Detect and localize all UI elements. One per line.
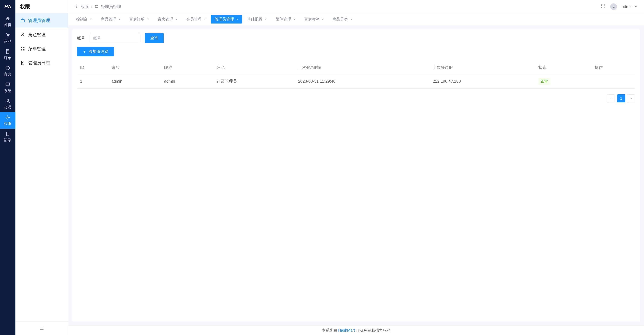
- close-icon[interactable]: ×: [118, 18, 120, 21]
- close-icon[interactable]: ×: [236, 18, 238, 21]
- sec-item-admin-log[interactable]: 管理员日志: [16, 56, 68, 70]
- tab-goods-category[interactable]: 商品分类×: [329, 15, 356, 24]
- close-icon[interactable]: ×: [322, 18, 324, 21]
- col-nickname: 昵称: [161, 61, 214, 74]
- page-1[interactable]: 1: [617, 94, 625, 102]
- secondary-nav-title: 权限: [16, 0, 68, 14]
- cell-status: 正常: [535, 74, 592, 89]
- close-icon[interactable]: ×: [350, 18, 352, 21]
- order-icon: [5, 49, 10, 54]
- svg-rect-10: [21, 49, 22, 50]
- close-icon[interactable]: ×: [147, 18, 149, 21]
- sec-item-role-mgmt[interactable]: 角色管理: [16, 28, 68, 42]
- svg-point-0: [7, 36, 8, 37]
- nav-permission-label: 权限: [4, 121, 12, 126]
- svg-rect-11: [23, 49, 24, 50]
- footer-link[interactable]: HashMart: [338, 328, 355, 333]
- add-admin-button[interactable]: ＋ 添加管理员: [77, 47, 114, 56]
- chevron-down-icon: [634, 4, 638, 9]
- nav-blindbox[interactable]: 盲盒: [0, 63, 16, 79]
- sec-item-admin-mgmt[interactable]: 管理员管理: [16, 14, 68, 28]
- cell-id: 1: [77, 74, 108, 89]
- search-button[interactable]: 查询: [145, 33, 164, 43]
- tab-blindbox-mgmt[interactable]: 盲盒管理×: [154, 15, 181, 24]
- account-input[interactable]: [90, 33, 140, 43]
- cell-nickname: admin: [161, 74, 214, 89]
- grid-icon: [20, 46, 25, 51]
- col-account: 账号: [108, 61, 161, 74]
- col-last-login-time: 上次登录时间: [295, 61, 430, 74]
- tab-label: 附件管理: [276, 16, 291, 22]
- nav-member-label: 会员: [4, 105, 12, 110]
- sec-item-label: 菜单管理: [28, 46, 46, 52]
- gear-icon: [5, 114, 10, 120]
- sec-item-label: 管理员日志: [28, 60, 50, 66]
- collapse-sidebar-button[interactable]: [16, 322, 68, 335]
- svg-rect-2: [6, 83, 10, 85]
- cell-role: 超级管理员: [214, 74, 295, 89]
- close-icon[interactable]: ×: [293, 18, 296, 21]
- svg-point-3: [7, 99, 8, 101]
- sec-item-menu-mgmt[interactable]: 菜单管理: [16, 42, 68, 56]
- footer-prefix: 本系统由: [322, 328, 337, 333]
- tab-blindbox-order[interactable]: 盲盒订单×: [126, 15, 153, 24]
- document-icon: [20, 60, 25, 65]
- sec-item-label: 角色管理: [28, 32, 46, 38]
- chevron-left-icon: ‹: [610, 96, 612, 100]
- user-icon: [5, 98, 10, 104]
- user-avatar[interactable]: a: [610, 3, 617, 10]
- tab-attachment-mgmt[interactable]: 附件管理×: [272, 15, 299, 24]
- menu-collapse-icon: [39, 326, 44, 331]
- nav-home[interactable]: 首页: [0, 14, 16, 30]
- person-icon: [20, 32, 25, 37]
- svg-point-1: [8, 36, 9, 37]
- nav-order[interactable]: 订单: [0, 46, 16, 63]
- svg-rect-13: [96, 5, 98, 8]
- pagination: ‹ 1 ›: [77, 94, 635, 102]
- nav-member[interactable]: 会员: [0, 96, 16, 112]
- home-icon: [5, 16, 10, 22]
- table-row[interactable]: 1 admin admin 超级管理员 2023-03-31 11:29:40 …: [77, 74, 635, 89]
- close-icon[interactable]: ×: [265, 18, 267, 21]
- tab-label: 控制台: [76, 16, 88, 22]
- nav-order-label: 订单: [4, 56, 12, 60]
- tab-label: 商品管理: [101, 16, 116, 22]
- fullscreen-button[interactable]: [600, 4, 606, 10]
- tab-basic-config[interactable]: 基础配置×: [243, 15, 270, 24]
- tab-blindbox-tag[interactable]: 盲盒标签×: [300, 15, 328, 24]
- nav-system[interactable]: 系统: [0, 79, 16, 96]
- chevron-right-icon: ›: [630, 96, 632, 100]
- record-icon: [5, 131, 10, 137]
- breadcrumb-separator: ›: [91, 4, 92, 9]
- user-name: admin: [622, 4, 632, 9]
- nav-home-label: 首页: [4, 22, 12, 28]
- svg-point-12: [76, 6, 77, 7]
- filter-label-account: 账号: [77, 36, 85, 41]
- nav-blindbox-label: 盲盒: [4, 72, 12, 77]
- close-icon[interactable]: ×: [176, 18, 178, 21]
- col-id: ID: [77, 61, 108, 74]
- cell-action: [592, 74, 635, 89]
- user-menu[interactable]: admin: [622, 4, 638, 9]
- tab-dashboard[interactable]: 控制台×: [72, 15, 96, 24]
- fullscreen-icon: [600, 7, 606, 10]
- col-role: 角色: [214, 61, 295, 74]
- tab-admin-mgmt[interactable]: 管理员管理×: [211, 15, 242, 24]
- tab-member-mgmt[interactable]: 会员管理×: [182, 15, 210, 24]
- svg-point-4: [7, 117, 8, 118]
- page-prev[interactable]: ‹: [607, 94, 615, 102]
- nav-record[interactable]: 记录: [0, 129, 16, 145]
- breadcrumb-leaf: 管理员管理: [101, 4, 121, 10]
- svg-rect-5: [6, 132, 9, 136]
- close-icon[interactable]: ×: [90, 18, 92, 21]
- tab-label: 基础配置: [247, 16, 262, 22]
- close-icon[interactable]: ×: [204, 18, 206, 21]
- page-next[interactable]: ›: [627, 94, 635, 102]
- add-admin-label: 添加管理员: [88, 49, 109, 54]
- cart-icon: [5, 32, 10, 38]
- breadcrumb-root[interactable]: 权限: [81, 4, 89, 10]
- nav-permission[interactable]: 权限: [0, 112, 16, 129]
- topbar: 权限 › 管理员管理 a admin: [68, 0, 644, 14]
- nav-goods[interactable]: 商品: [0, 30, 16, 46]
- tab-goods-mgmt[interactable]: 商品管理×: [97, 15, 124, 24]
